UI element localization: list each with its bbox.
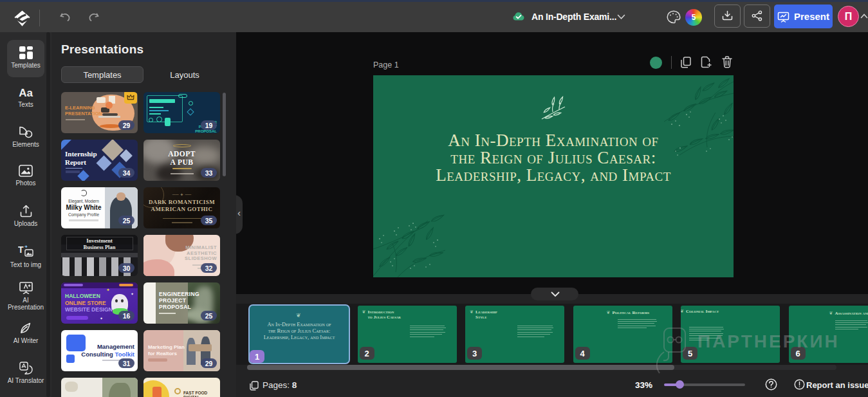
svg-text:T: T xyxy=(18,245,24,255)
